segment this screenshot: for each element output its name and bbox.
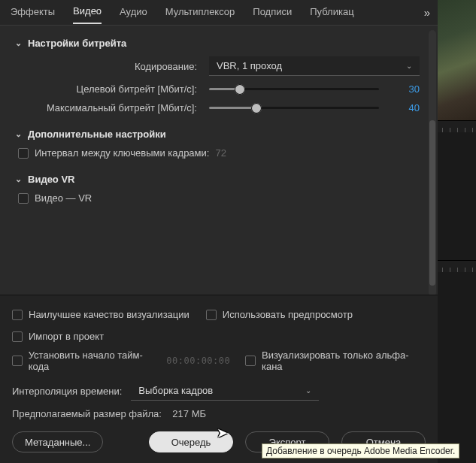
timeline-ruler[interactable]: [438, 120, 476, 132]
use-preview-label: Использовать предпросмотр: [223, 309, 353, 320]
tab-video[interactable]: Видео: [73, 5, 102, 24]
timeline-ruler[interactable]: [438, 260, 476, 272]
import-project-checkbox[interactable]: [12, 331, 23, 342]
opt-use-preview: Использовать предпросмотр: [206, 309, 353, 320]
row-target-bitrate: Целевой битрейт [Мбит/с]: 30: [15, 83, 423, 95]
slider-thumb[interactable]: [235, 84, 245, 95]
vr-checkbox[interactable]: [18, 193, 29, 204]
chevron-down-icon: ⌄: [15, 174, 22, 184]
slider-thumb[interactable]: [251, 103, 262, 113]
target-bitrate-label: Целевой битрейт [Мбит/с]:: [15, 83, 209, 95]
tab-effects[interactable]: Эффекты: [11, 6, 55, 23]
vr-label: Видео — VR: [35, 192, 92, 204]
tab-captions[interactable]: Подписи: [253, 6, 292, 23]
import-project-label: Импорт в проект: [29, 331, 104, 342]
section-bitrate[interactable]: ⌄ Настройки битрейта: [15, 38, 423, 49]
export-footer: Наилучшее качество визуализации Использо…: [0, 295, 438, 463]
section-advanced-title: Дополнительные настройки: [28, 129, 166, 140]
opt-timecode-row: Установить начало тайм-кода 00:00:00:00 …: [12, 350, 426, 372]
queue-button[interactable]: Очередь: [149, 431, 233, 452]
best-quality-checkbox[interactable]: [12, 310, 23, 320]
row-encoding: Кодирование: VBR, 1 проход ⌄: [15, 56, 423, 76]
max-bitrate-slider[interactable]: 40: [209, 102, 420, 113]
interpolation-label: Интерполяция времени:: [12, 386, 122, 397]
row-interpolation: Интерполяция времени: Выборка кадров ⌄: [12, 381, 426, 401]
slider-fill: [209, 107, 256, 109]
scrollbar[interactable]: [429, 30, 436, 295]
chevron-down-icon: ⌄: [15, 129, 22, 139]
render-alpha-label: Визуализировать только альфа-кана: [262, 350, 426, 372]
keyframe-value: 72: [215, 147, 226, 159]
opt-best-quality: Наилучшее качество визуализации: [12, 309, 189, 320]
keyframe-label: Интервал между ключевыми кадрами:: [35, 147, 209, 159]
section-bitrate-title: Настройки битрейта: [28, 38, 126, 49]
tab-bar: Эффекты Видео Аудио Мультиплексор Подпис…: [0, 0, 438, 26]
max-bitrate-label: Максимальный битрейт [Мбит/с]:: [15, 102, 209, 113]
encoding-value: VBR, 1 проход: [217, 60, 282, 71]
slider-track[interactable]: [209, 88, 379, 90]
metadata-button[interactable]: Метаданные...: [12, 431, 103, 452]
tab-audio[interactable]: Аудио: [120, 6, 147, 23]
section-advanced[interactable]: ⌄ Дополнительные настройки: [15, 129, 423, 140]
max-bitrate-value[interactable]: 40: [390, 102, 420, 113]
queue-tooltip: Добавление в очередь Adobe Media Encoder…: [262, 443, 459, 458]
encoding-dropdown[interactable]: VBR, 1 проход ⌄: [209, 56, 420, 76]
scrollbar-thumb[interactable]: [429, 120, 435, 286]
chevron-down-icon: ⌄: [406, 62, 412, 70]
row-max-bitrate: Максимальный битрейт [Мбит/с]: 40: [15, 102, 423, 113]
render-alpha-checkbox[interactable]: [245, 356, 256, 366]
timecode-value: 00:00:00:00: [166, 356, 230, 366]
chevron-down-icon: ⌄: [15, 38, 22, 48]
row-estimated-size: Предполагаемый размер файла: 217 МБ: [12, 408, 426, 419]
section-vr[interactable]: ⌄ Видео VR: [15, 174, 423, 185]
set-timecode-label: Установить начало тайм-кода: [29, 350, 161, 372]
set-timecode-checkbox[interactable]: [12, 356, 23, 366]
target-bitrate-value[interactable]: 30: [390, 83, 420, 95]
tab-multiplexer[interactable]: Мультиплексор: [165, 6, 235, 23]
use-preview-checkbox[interactable]: [206, 310, 217, 320]
section-vr-title: Видео VR: [28, 174, 74, 185]
row-vr-video: Видео — VR: [18, 192, 423, 204]
row-keyframe-interval: Интервал между ключевыми кадрами: 72: [18, 147, 423, 159]
interpolation-dropdown[interactable]: Выборка кадров ⌄: [131, 381, 319, 401]
video-settings-scroll: ⌄ Настройки битрейта Кодирование: VBR, 1…: [0, 26, 438, 295]
tab-publish[interactable]: Публикац: [310, 6, 353, 23]
best-quality-label: Наилучшее качество визуализации: [29, 309, 189, 320]
preview-thumbnail: [438, 0, 476, 120]
export-settings-panel: Эффекты Видео Аудио Мультиплексор Подпис…: [0, 0, 438, 463]
interpolation-value: Выборка кадров: [138, 385, 213, 396]
estimated-size-value: 217 МБ: [172, 408, 206, 419]
keyframe-checkbox[interactable]: [18, 148, 29, 159]
preview-strip: [438, 0, 476, 463]
opt-import-project: Импорт в проект: [12, 331, 426, 342]
tab-overflow-icon[interactable]: »: [424, 6, 430, 23]
chevron-down-icon: ⌄: [305, 386, 311, 395]
target-bitrate-slider[interactable]: 30: [209, 83, 420, 95]
slider-track[interactable]: [209, 107, 379, 109]
encoding-label: Кодирование:: [15, 61, 209, 72]
estimated-size-label: Предполагаемый размер файла:: [12, 408, 162, 419]
